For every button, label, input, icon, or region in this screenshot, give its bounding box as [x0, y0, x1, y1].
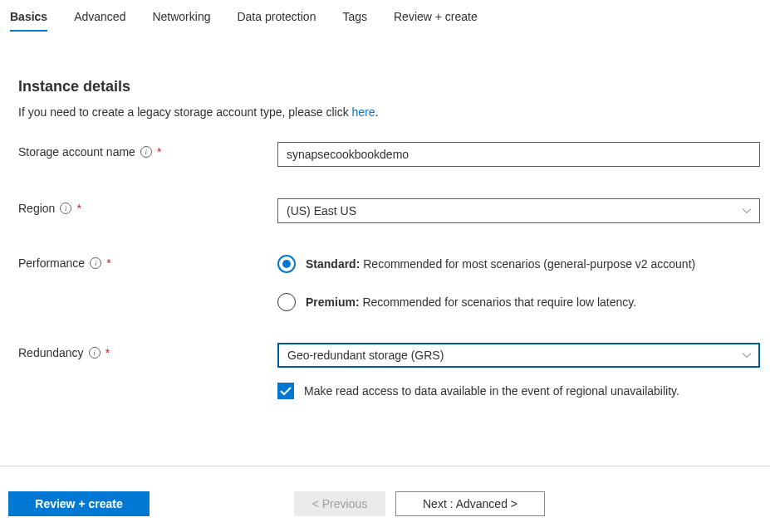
field-region: Region i * (US) East US: [18, 198, 760, 223]
required-mark: *: [76, 202, 81, 215]
performance-radio-group: Standard: Recommended for most scenarios…: [277, 255, 760, 311]
field-performance: Performance i * Standard: Recommended fo…: [18, 255, 760, 311]
wizard-footer: Review + create < Previous Next : Advanc…: [0, 466, 770, 525]
performance-label: Performance: [18, 256, 85, 270]
region-select[interactable]: (US) East US: [277, 198, 760, 223]
tab-networking[interactable]: Networking: [152, 5, 210, 32]
region-label: Region: [18, 202, 55, 215]
radio-option-standard[interactable]: Standard: Recommended for most scenarios…: [277, 255, 760, 273]
storage-account-name-input[interactable]: [277, 142, 760, 167]
read-access-checkbox-label: Make read access to data available in th…: [304, 384, 679, 398]
section-heading-instance-details: Instance details: [18, 78, 760, 95]
wizard-tabs: Basics Advanced Networking Data protecti…: [0, 0, 770, 32]
info-icon[interactable]: i: [90, 257, 101, 269]
required-mark: *: [105, 346, 110, 359]
region-select-value: (US) East US: [287, 204, 356, 217]
section-subtext: If you need to create a legacy storage a…: [18, 105, 760, 119]
tab-basics[interactable]: Basics: [10, 5, 47, 32]
radio-option-premium[interactable]: Premium: Recommended for scenarios that …: [277, 293, 760, 311]
field-storage-account-name: Storage account name i *: [18, 142, 760, 167]
info-icon[interactable]: i: [89, 347, 101, 359]
radio-label-premium: Premium: Recommended for scenarios that …: [306, 295, 636, 309]
required-mark: *: [106, 256, 110, 270]
info-icon[interactable]: i: [140, 146, 152, 158]
check-icon: [280, 387, 292, 396]
previous-button: < Previous: [294, 491, 385, 516]
redundancy-select-value: Geo-redundant storage (GRS): [287, 349, 444, 362]
subtext-prefix: If you need to create a legacy storage a…: [18, 105, 352, 119]
redundancy-label: Redundancy: [18, 346, 84, 359]
read-access-checkbox[interactable]: [277, 383, 294, 399]
storage-account-name-label: Storage account name: [18, 145, 135, 159]
required-mark: *: [157, 145, 161, 159]
radio-button[interactable]: [277, 255, 296, 273]
redundancy-select[interactable]: Geo-redundant storage (GRS): [277, 343, 760, 368]
radio-button[interactable]: [277, 293, 296, 311]
radio-label-standard: Standard: Recommended for most scenarios…: [306, 257, 695, 271]
info-icon[interactable]: i: [60, 203, 71, 214]
tab-tags[interactable]: Tags: [342, 5, 367, 32]
tab-advanced[interactable]: Advanced: [74, 5, 125, 32]
read-access-checkbox-row: Make read access to data available in th…: [277, 383, 760, 399]
review-create-button[interactable]: Review + create: [8, 491, 150, 516]
next-advanced-button[interactable]: Next : Advanced >: [395, 491, 545, 516]
field-redundancy: Redundancy i * Geo-redundant storage (GR…: [18, 343, 760, 399]
legacy-storage-link[interactable]: here: [352, 105, 375, 119]
tab-data-protection[interactable]: Data protection: [237, 5, 316, 32]
tab-review-create[interactable]: Review + create: [394, 5, 478, 32]
subtext-suffix: .: [375, 105, 379, 119]
